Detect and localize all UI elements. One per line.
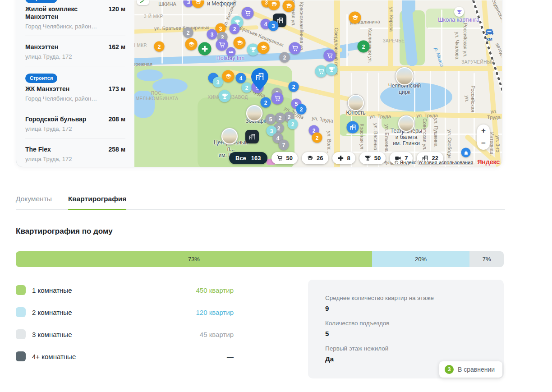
school-icon-marker[interactable]: [258, 42, 270, 54]
cluster-marker[interactable]: 3: [268, 21, 279, 31]
stat-value: 9: [325, 304, 490, 312]
tab-inactive[interactable]: Документы: [16, 195, 52, 209]
compare-count-badge: 3: [445, 365, 454, 374]
photo-marker[interactable]: [246, 105, 262, 121]
tab-active[interactable]: Квартирография: [68, 195, 126, 209]
map-filter-chip-education[interactable]: 26: [302, 152, 328, 164]
map-label: ул. Пушкина: [433, 118, 439, 146]
object-title[interactable]: Жилой комплекс Манхэттен: [25, 5, 105, 21]
bar-segment: 73%: [16, 251, 372, 267]
compare-chip[interactable]: 3 В сравнении: [439, 361, 502, 378]
cluster-marker[interactable]: 2: [289, 82, 299, 92]
map-filter-chip-medicine[interactable]: 8: [332, 152, 355, 164]
legend-row: 1 комнатные450 квартир: [16, 285, 234, 295]
school-icon-marker[interactable]: [234, 37, 246, 49]
cluster-marker[interactable]: 2: [183, 28, 193, 38]
school-icon-marker[interactable]: [283, 0, 295, 12]
map-label: ул. Чкалова: [455, 32, 460, 60]
compare-label: В сравнении: [458, 366, 495, 373]
cluster-marker[interactable]: 2: [230, 24, 240, 34]
cluster-marker[interactable]: 2: [275, 113, 285, 123]
school-icon-marker[interactable]: [185, 38, 198, 51]
trophy-icon-marker[interactable]: [454, 7, 464, 17]
legend-swatch: [16, 307, 26, 317]
cluster-marker[interactable]: 3: [213, 77, 223, 88]
ruler-icon[interactable]: [137, 0, 149, 5]
photo-marker[interactable]: [398, 115, 414, 132]
nearby-list-item[interactable]: СтроитсяЖК Манхэттен173 мГород Челябинск…: [25, 66, 125, 108]
legend-label: 2 комнатные: [32, 309, 72, 316]
nearby-list-item[interactable]: Манхэттен162 мулица Труда, 172: [25, 36, 125, 66]
map-filter-chip-sport[interactable]: 50: [359, 152, 386, 164]
cart-icon: [276, 155, 283, 161]
object-address: Город Челябинск, район…: [25, 23, 125, 30]
cart-icon-marker[interactable]: [242, 7, 254, 19]
trophy-icon-marker[interactable]: [326, 64, 338, 76]
map-tile-shape: [137, 69, 163, 81]
object-address: улица Труда, 172: [25, 53, 125, 60]
section-title: Квартирография по дому: [16, 227, 113, 236]
zoom-out-button[interactable]: −: [477, 137, 490, 150]
bed-icon-marker[interactable]: [226, 47, 236, 57]
cluster-marker[interactable]: 2: [358, 41, 370, 53]
map-filter-chip-shops[interactable]: 50: [271, 152, 298, 164]
legend-swatch: [16, 351, 26, 361]
object-title[interactable]: Манхэттен: [25, 43, 58, 51]
trophy-icon-marker[interactable]: [219, 90, 231, 102]
object-title[interactable]: ЖК Манхэттен: [25, 85, 69, 93]
nearby-list-item[interactable]: СтроитсяЖилой комплекс Манхэттен120 мГор…: [25, 0, 125, 36]
map-label: ул. Волг...: [327, 131, 332, 153]
object-title[interactable]: The Flex: [25, 146, 51, 153]
cluster-marker[interactable]: 2: [288, 119, 298, 129]
building-icon-marker[interactable]: [245, 130, 259, 143]
school-icon-marker[interactable]: [349, 12, 361, 24]
legend-row: 3 комнатные45 квартир: [16, 329, 234, 339]
photo-marker[interactable]: [396, 67, 414, 85]
legend-count: 120 квартир: [196, 309, 234, 316]
building-icon-marker[interactable]: [347, 121, 359, 134]
medical-cross-icon-marker[interactable]: [198, 42, 212, 55]
map-label: I МКР.: [134, 43, 147, 48]
bag-icon-marker[interactable]: [461, 148, 471, 157]
nearby-list-item[interactable]: The Flex258 мулица Труда, 172: [25, 138, 125, 167]
legend-swatch: [16, 329, 26, 339]
terms-link[interactable]: Условия использования: [418, 160, 473, 165]
zoom-in-button[interactable]: +: [477, 125, 490, 137]
cart-icon-marker[interactable]: [216, 39, 228, 51]
object-title[interactable]: Городской бульвар: [25, 115, 86, 123]
yandex-map[interactable]: ШКИНА3-Й МКР.I МКР.ул. Братьев Кашириных…: [134, 0, 502, 167]
cart-icon-marker[interactable]: [271, 92, 284, 105]
school-icon-marker[interactable]: [192, 0, 204, 8]
cluster-marker[interactable]: 2: [261, 97, 271, 108]
nearby-list-item[interactable]: Городской бульвар208 мулица Труда, 172: [25, 108, 125, 138]
map-tile-shape: [380, 83, 452, 111]
cluster-marker[interactable]: 2: [154, 42, 165, 52]
rooms-distribution-bar: 73%20%7%: [16, 251, 504, 267]
map-label: ул. Труда: [312, 115, 334, 124]
building-icon: [248, 133, 256, 141]
cluster-marker[interactable]: 3: [207, 29, 217, 40]
school-icon-marker[interactable]: [222, 70, 235, 83]
legend-count: 450 квартир: [196, 286, 234, 294]
cluster-marker[interactable]: 4: [236, 73, 246, 83]
school-icon-marker[interactable]: [268, 0, 280, 10]
trophy-icon: [364, 155, 371, 161]
photo-marker[interactable]: [221, 128, 238, 144]
legend-label: 3 комнатные: [32, 331, 72, 338]
cart-icon: [326, 52, 333, 59]
school-icon: [225, 73, 232, 80]
map-filter-chip-all[interactable]: Все163: [229, 152, 267, 164]
cluster-marker[interactable]: 5: [266, 114, 276, 125]
photo-marker[interactable]: [348, 95, 364, 111]
railway-station-icon[interactable]: [486, 28, 492, 36]
cluster-marker[interactable]: 2: [280, 52, 290, 63]
yandex-logo: Яндекс: [477, 158, 500, 166]
trophy-icon: [249, 46, 257, 53]
cluster-marker[interactable]: 2: [312, 133, 322, 143]
selected-building-pin[interactable]: [249, 67, 270, 93]
cart-icon-marker[interactable]: [289, 42, 301, 55]
cluster-marker[interactable]: 7: [279, 140, 289, 150]
nearby-objects-list: СтроитсяЖилой комплекс Манхэттен120 мГор…: [16, 0, 134, 167]
cart-icon-marker[interactable]: [324, 50, 336, 62]
cluster-marker[interactable]: 2: [296, 104, 307, 115]
